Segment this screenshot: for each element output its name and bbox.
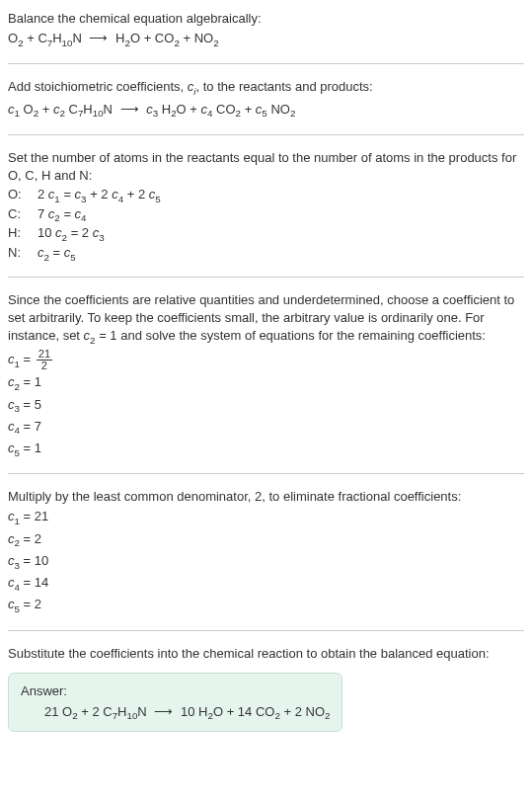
text: + 2 C <box>78 704 113 719</box>
sub: 4 <box>81 212 86 223</box>
text: Add stoichiometric coefficients, <box>8 79 188 94</box>
eq-text: H <box>52 31 61 45</box>
var: c <box>8 352 15 366</box>
var: c <box>8 509 15 523</box>
text: CO <box>212 102 235 117</box>
coeff-row: c4 = 14 <box>8 574 524 594</box>
sub: 2 <box>325 710 330 721</box>
sub: 4 <box>15 425 20 436</box>
final-text: Substitute the coefficients into the che… <box>8 645 524 663</box>
sub: 2 <box>54 212 59 223</box>
sub: 1 <box>15 108 20 119</box>
choose-section: Since the coefficients are relative quan… <box>8 291 524 460</box>
sub: 4 <box>15 582 20 593</box>
text: = 7 <box>20 419 41 434</box>
eq-text: O + CO <box>130 31 174 45</box>
coeff-row: c1 = 212 <box>8 349 524 371</box>
sub: 2 <box>290 108 295 119</box>
coeff-row: c1 = 21 <box>8 508 524 527</box>
coeff-row: c2 = 2 <box>8 530 524 550</box>
eq-sub: 2 <box>174 38 179 48</box>
text: , to the reactants and products: <box>196 79 373 94</box>
divider <box>8 134 524 135</box>
sub: 2 <box>207 710 212 721</box>
text: 10 H <box>181 704 207 719</box>
sub: 5 <box>15 603 20 614</box>
var: c <box>8 374 15 389</box>
var: c <box>8 441 15 455</box>
text: 21 O <box>44 704 72 719</box>
choose-text: Since the coefficients are relative quan… <box>8 291 524 348</box>
sub: 7 <box>78 108 83 119</box>
text: = <box>20 352 35 366</box>
eq-text: + C <box>24 31 47 45</box>
text: = 2 <box>67 225 93 240</box>
sub: 2 <box>59 108 64 119</box>
sub: 10 <box>93 108 104 119</box>
text: = <box>49 245 64 260</box>
sub: 3 <box>81 194 86 204</box>
var: c <box>55 225 62 240</box>
text: = 2 <box>20 531 41 546</box>
text: O <box>20 102 34 117</box>
divider <box>8 63 524 64</box>
text: = 14 <box>20 575 48 590</box>
sub: 3 <box>153 108 158 119</box>
answer-equation: 21 O2 + 2 C7H10N ⟶ 10 H2O + 14 CO2 + 2 N… <box>21 704 330 722</box>
coeff-row: c3 = 5 <box>8 396 524 416</box>
sub: 2 <box>72 710 77 721</box>
answer-box: Answer: 21 O2 + 2 C7H10N ⟶ 10 H2O + 14 C… <box>8 673 342 733</box>
multiply-text: Multiply by the least common denominator… <box>8 488 524 506</box>
text: C <box>65 102 78 117</box>
text: = 2 <box>20 597 41 611</box>
sub: 2 <box>171 108 176 119</box>
divider <box>8 630 524 631</box>
text: = <box>60 187 75 201</box>
sub: 2 <box>34 108 38 119</box>
stoich-equation: c1 O2 + c2 C7H10N ⟶ c3 H2O + c4 CO2 + c5… <box>8 101 524 120</box>
eq-text: + NO <box>180 31 213 45</box>
atom-intro: Set the number of atoms in the reactants… <box>8 149 524 185</box>
var: c <box>8 419 15 434</box>
eq-sub: 10 <box>62 38 73 48</box>
sub: 4 <box>118 194 123 204</box>
coeff-row: c5 = 2 <box>8 596 524 615</box>
sub: 10 <box>127 710 138 721</box>
atom-label: C: <box>8 206 38 221</box>
var: c <box>8 397 15 412</box>
text: 2 <box>38 187 48 201</box>
sub: 5 <box>70 252 75 263</box>
text: + <box>38 102 53 117</box>
sub: 3 <box>15 403 20 414</box>
eq-sub: 2 <box>125 38 130 48</box>
eq-text: O <box>8 31 18 45</box>
coeff-row: c3 = 10 <box>8 552 524 572</box>
text: + <box>241 102 256 117</box>
sub: 5 <box>15 447 20 458</box>
sub: 2 <box>44 252 49 263</box>
sub: 3 <box>15 560 20 571</box>
sub: 5 <box>155 194 160 204</box>
arrow-icon: ⟶ <box>154 704 173 719</box>
var: c <box>146 102 153 117</box>
text: = 1 <box>20 441 41 455</box>
divider <box>8 277 524 278</box>
text: H <box>117 704 126 719</box>
eq-text: 2 c1 = c3 + 2 c4 + 2 c5 <box>38 187 161 204</box>
text: H <box>83 102 92 117</box>
var-i: i <box>193 86 195 97</box>
sub: 5 <box>262 108 266 119</box>
eq-text: c2 = c5 <box>38 245 76 263</box>
text: N <box>137 704 146 719</box>
final-section: Substitute the coefficients into the che… <box>8 645 524 733</box>
sub: 2 <box>62 232 67 243</box>
atom-label: N: <box>8 245 38 260</box>
coeff-row: c4 = 7 <box>8 418 524 438</box>
sub: 4 <box>207 108 212 119</box>
eq-sub: 2 <box>18 38 23 48</box>
eq-text: 10 c2 = 2 c3 <box>38 225 105 243</box>
var: c <box>38 245 44 260</box>
intro-section: Balance the chemical equation algebraica… <box>8 10 524 49</box>
sub: 1 <box>15 516 20 526</box>
arrow-icon: ⟶ <box>120 102 139 117</box>
